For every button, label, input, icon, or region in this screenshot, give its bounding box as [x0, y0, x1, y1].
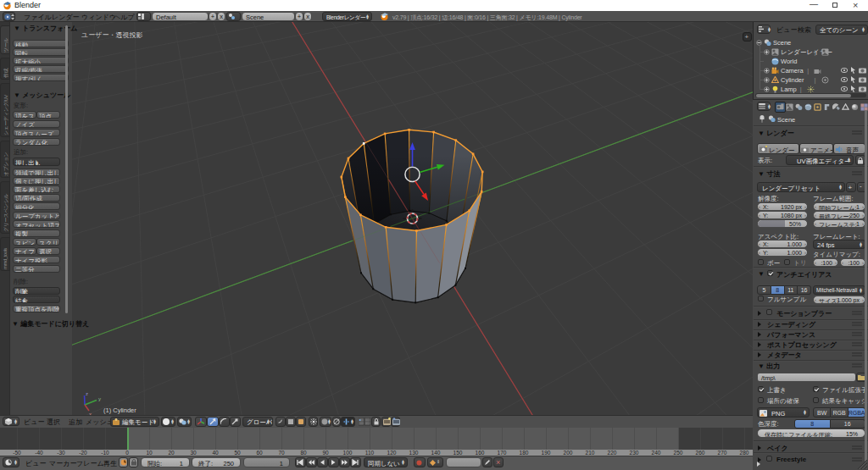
- svg-text:z: z: [86, 391, 88, 396]
- svg-text:y: y: [98, 396, 101, 401]
